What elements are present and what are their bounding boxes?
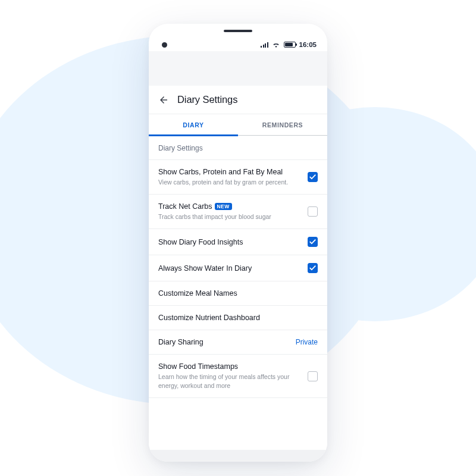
row-title: Customize Meal Names	[158, 289, 318, 298]
checkbox[interactable]	[308, 371, 318, 381]
row-diary-sharing[interactable]: Diary Sharing Private	[149, 330, 327, 355]
row-title: Always Show Water In Diary	[158, 264, 302, 273]
camera-dot-icon	[162, 42, 167, 48]
row-customize-nutrient-dashboard[interactable]: Customize Nutrient Dashboard	[149, 306, 327, 330]
row-title: Show Carbs, Protein and Fat By Meal	[158, 168, 302, 176]
cell-signal-icon	[261, 42, 268, 48]
row-show-macros[interactable]: Show Carbs, Protein and Fat By Meal View…	[149, 160, 327, 195]
battery-icon	[284, 42, 296, 48]
checkbox[interactable]	[308, 263, 318, 273]
new-badge: NEW	[215, 203, 232, 210]
tab-bar: DIARY REMINDERS	[149, 114, 327, 136]
row-track-net-carbs[interactable]: Track Net CarbsNEW Track carbs that impa…	[149, 195, 327, 229]
row-food-timestamps[interactable]: Show Food Timestamps Learn how the timin…	[149, 355, 327, 397]
checkbox[interactable]	[308, 206, 318, 217]
back-arrow-icon[interactable]	[158, 95, 169, 105]
row-value: Private	[296, 338, 318, 346]
app-bar: Diary Settings	[149, 86, 327, 114]
checkbox[interactable]	[308, 172, 318, 182]
home-indicator	[149, 450, 327, 462]
tab-diary[interactable]: DIARY	[149, 114, 238, 135]
row-title: Diary Sharing	[158, 338, 290, 346]
status-bar: 16:05	[149, 38, 327, 51]
row-water-in-diary[interactable]: Always Show Water In Diary	[149, 255, 327, 281]
wifi-icon	[272, 42, 280, 48]
settings-scroll: Diary Settings Show Carbs, Protein and F…	[149, 136, 327, 450]
row-subtitle: Track carbs that impact your blood sugar	[158, 212, 302, 221]
row-title: Show Diary Food Insights	[158, 238, 302, 246]
row-title: Show Food Timestamps	[158, 362, 302, 371]
checkbox[interactable]	[308, 237, 318, 247]
row-title: Track Net CarbsNEW	[158, 202, 302, 211]
row-subtitle: Learn how the timing of your meals affec…	[158, 372, 302, 389]
row-customize-meal-names[interactable]: Customize Meal Names	[149, 281, 327, 306]
page-title: Diary Settings	[177, 94, 237, 105]
tab-reminders[interactable]: REMINDERS	[238, 114, 327, 135]
row-food-insights[interactable]: Show Diary Food Insights	[149, 229, 327, 255]
row-subtitle: View carbs, protein and fat by gram or p…	[158, 178, 302, 186]
phone-frame: 16:05 Diary Settings DIARY REMINDERS Dia…	[149, 24, 327, 462]
speaker-slot	[224, 30, 252, 32]
clock-label: 16:05	[299, 41, 317, 48]
header-spacer	[149, 51, 327, 86]
section-header: Diary Settings	[149, 136, 327, 160]
row-title: Customize Nutrient Dashboard	[158, 314, 318, 322]
